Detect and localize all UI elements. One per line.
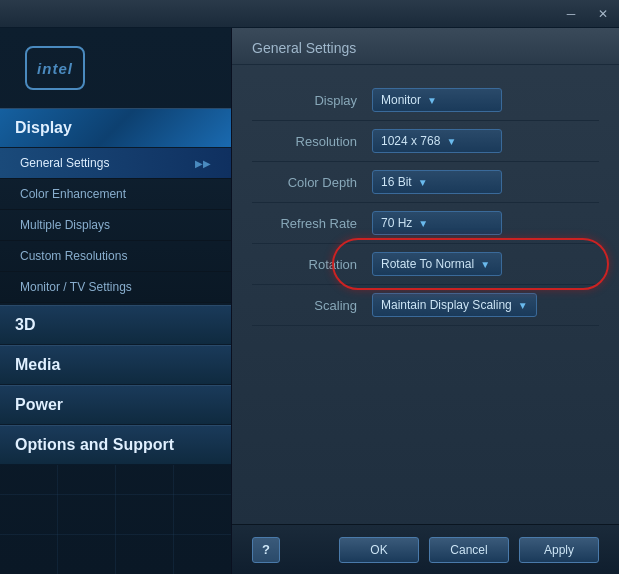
display-dropdown-value: Monitor xyxy=(381,93,421,107)
cancel-button[interactable]: Cancel xyxy=(429,537,509,563)
setting-control-rotation: Rotate To Normal ▼ xyxy=(372,252,599,276)
setting-row-rotation: Rotation Rotate To Normal ▼ xyxy=(252,244,599,285)
setting-control-refresh-rate: 70 Hz ▼ xyxy=(372,211,599,235)
dropdown-arrow-icon: ▼ xyxy=(480,259,490,270)
setting-row-display: Display Monitor ▼ xyxy=(252,80,599,121)
refresh-rate-dropdown-value: 70 Hz xyxy=(381,216,412,230)
dropdown-arrow-icon: ▼ xyxy=(427,95,437,106)
sidebar-item-3d[interactable]: 3D xyxy=(0,305,231,345)
settings-area: Display Monitor ▼ Resolution 1024 x 768 … xyxy=(232,65,619,524)
sidebar-item-custom-resolutions-label: Custom Resolutions xyxy=(20,249,127,263)
setting-control-resolution: 1024 x 768 ▼ xyxy=(372,129,599,153)
setting-label-resolution: Resolution xyxy=(252,134,372,149)
intel-logo-inner: intel xyxy=(25,46,85,90)
sidebar-item-3d-label: 3D xyxy=(15,316,35,333)
titlebar-buttons: ─ ✕ xyxy=(555,0,619,27)
setting-label-display: Display xyxy=(252,93,372,108)
rotation-dropdown[interactable]: Rotate To Normal ▼ xyxy=(372,252,502,276)
sidebar-item-media-label: Media xyxy=(15,356,60,373)
sidebar-item-power[interactable]: Power xyxy=(0,385,231,425)
setting-control-display: Monitor ▼ xyxy=(372,88,599,112)
sidebar-item-color-enhancement-label: Color Enhancement xyxy=(20,187,126,201)
setting-row-scaling: Scaling Maintain Display Scaling ▼ xyxy=(252,285,599,326)
sidebar-item-display[interactable]: Display xyxy=(0,108,231,148)
setting-label-scaling: Scaling xyxy=(252,298,372,313)
sidebar-item-general-settings-label: General Settings xyxy=(20,156,109,170)
main-container: intel Display General Settings ▶▶ Color … xyxy=(0,28,619,574)
setting-control-color-depth: 16 Bit ▼ xyxy=(372,170,599,194)
sidebar-item-custom-resolutions[interactable]: Custom Resolutions xyxy=(0,241,231,272)
color-depth-dropdown-value: 16 Bit xyxy=(381,175,412,189)
sidebar-item-options-support[interactable]: Options and Support xyxy=(0,425,231,465)
intel-logo-text: intel xyxy=(37,60,73,77)
setting-label-rotation: Rotation xyxy=(252,257,372,272)
color-depth-dropdown[interactable]: 16 Bit ▼ xyxy=(372,170,502,194)
sidebar-section-display: Display General Settings ▶▶ Color Enhanc… xyxy=(0,108,231,303)
intel-logo: intel xyxy=(15,38,95,98)
resolution-dropdown[interactable]: 1024 x 768 ▼ xyxy=(372,129,502,153)
sidebar-item-options-support-label: Options and Support xyxy=(15,436,174,453)
sidebar-item-media[interactable]: Media xyxy=(0,345,231,385)
display-dropdown[interactable]: Monitor ▼ xyxy=(372,88,502,112)
ok-button[interactable]: OK xyxy=(339,537,419,563)
sidebar-item-monitor-tv-settings[interactable]: Monitor / TV Settings xyxy=(0,272,231,303)
dropdown-arrow-icon: ▼ xyxy=(518,300,528,311)
forward-arrows-icon: ▶▶ xyxy=(195,158,211,169)
sidebar-item-general-settings[interactable]: General Settings ▶▶ xyxy=(0,148,231,179)
resolution-dropdown-value: 1024 x 768 xyxy=(381,134,440,148)
sidebar-item-multiple-displays-label: Multiple Displays xyxy=(20,218,110,232)
scaling-dropdown-value: Maintain Display Scaling xyxy=(381,298,512,312)
sidebar-item-multiple-displays[interactable]: Multiple Displays xyxy=(0,210,231,241)
apply-button[interactable]: Apply xyxy=(519,537,599,563)
help-button[interactable]: ? xyxy=(252,537,280,563)
refresh-rate-dropdown[interactable]: 70 Hz ▼ xyxy=(372,211,502,235)
setting-label-color-depth: Color Depth xyxy=(252,175,372,190)
setting-row-color-depth: Color Depth 16 Bit ▼ xyxy=(252,162,599,203)
dropdown-arrow-icon: ▼ xyxy=(418,177,428,188)
bottom-bar: ? OK Cancel Apply xyxy=(232,524,619,574)
setting-row-resolution: Resolution 1024 x 768 ▼ xyxy=(252,121,599,162)
scaling-dropdown[interactable]: Maintain Display Scaling ▼ xyxy=(372,293,537,317)
rotation-dropdown-value: Rotate To Normal xyxy=(381,257,474,271)
content-panel: General Settings Display Monitor ▼ Resol… xyxy=(232,28,619,574)
sidebar-item-monitor-tv-settings-label: Monitor / TV Settings xyxy=(20,280,132,294)
content-title: General Settings xyxy=(252,40,356,56)
content-header: General Settings xyxy=(232,28,619,65)
close-button[interactable]: ✕ xyxy=(587,0,619,28)
dropdown-arrow-icon: ▼ xyxy=(446,136,456,147)
minimize-button[interactable]: ─ xyxy=(555,0,587,28)
dropdown-arrow-icon: ▼ xyxy=(418,218,428,229)
sidebar: intel Display General Settings ▶▶ Color … xyxy=(0,28,232,574)
setting-row-refresh-rate: Refresh Rate 70 Hz ▼ xyxy=(252,203,599,244)
sidebar-item-power-label: Power xyxy=(15,396,63,413)
titlebar: ─ ✕ xyxy=(0,0,619,28)
sidebar-item-display-label: Display xyxy=(15,119,72,136)
setting-control-scaling: Maintain Display Scaling ▼ xyxy=(372,293,599,317)
sidebar-decorative xyxy=(0,465,231,574)
sidebar-sub-items: General Settings ▶▶ Color Enhancement Mu… xyxy=(0,148,231,303)
sidebar-item-color-enhancement[interactable]: Color Enhancement xyxy=(0,179,231,210)
setting-label-refresh-rate: Refresh Rate xyxy=(252,216,372,231)
